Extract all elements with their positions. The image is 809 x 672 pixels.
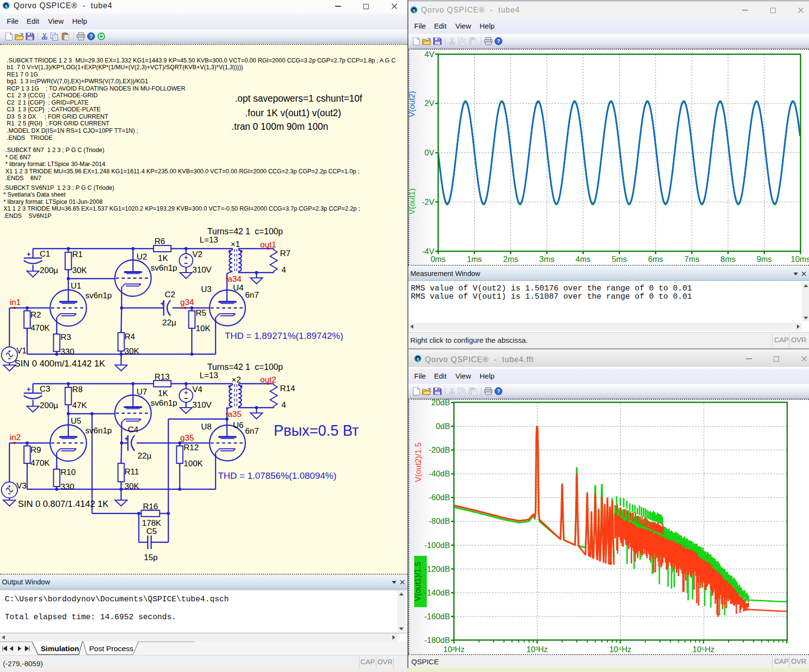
svg-text:-40dB: -40dB bbox=[429, 469, 450, 478]
svg-text:V(out1)/1.5: V(out1)/1.5 bbox=[413, 562, 422, 601]
svg-text:20dB: 20dB bbox=[431, 398, 450, 407]
svg-text:0dB: 0dB bbox=[436, 422, 450, 430]
svg-text:-120dB: -120dB bbox=[424, 565, 450, 573]
svg-text:V(out2)/1.5: V(out2)/1.5 bbox=[414, 443, 422, 482]
svg-text:10³Hz: 10³Hz bbox=[527, 645, 548, 654]
svg-text:-140dB: -140dB bbox=[424, 588, 450, 597]
svg-text:-60dB: -60dB bbox=[429, 493, 450, 502]
svg-text:-80dB: -80dB bbox=[429, 517, 450, 525]
svg-text:10⁴Hz: 10⁴Hz bbox=[609, 645, 632, 654]
svg-text:-160dB: -160dB bbox=[424, 612, 450, 621]
svg-text:-180dB: -180dB bbox=[424, 636, 450, 644]
svg-text:-100dB: -100dB bbox=[424, 541, 450, 550]
svg-text:10²Hz: 10²Hz bbox=[443, 645, 465, 654]
svg-text:-20dB: -20dB bbox=[429, 445, 450, 454]
svg-text:10⁵Hz: 10⁵Hz bbox=[693, 645, 715, 654]
